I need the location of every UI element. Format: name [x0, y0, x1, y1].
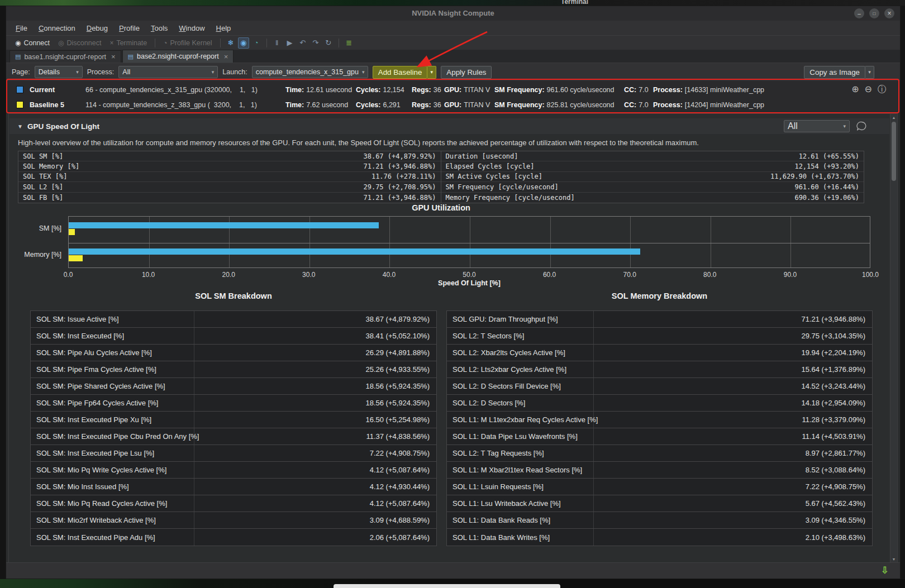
metric-row[interactable]: Memory Frequency [cycle/usecond] 690.36 … [441, 193, 864, 203]
menu-item[interactable]: Help [211, 22, 236, 34]
tab-base2-report[interactable]: ▤ base2.nsight-cuprof-report × [122, 50, 234, 63]
table-row[interactable]: SOL L1: Data Bank Reads [%] 3.09 (+4,346… [447, 512, 872, 529]
metric-row[interactable]: SOL FB [%] 71.21 (+3,946.88%) [18, 193, 441, 203]
profile-kernel-button[interactable]: ◔ Profile Kernel [160, 38, 215, 48]
tab-close-icon[interactable]: × [111, 52, 116, 61]
scrollbar-thumb[interactable] [892, 122, 896, 181]
table-row[interactable]: SOL SM: Inst Executed Pipe Lsu [%] 7.22 … [31, 445, 436, 462]
metric-row[interactable]: SM Frequency [cycle/usecond] 961.60 (+16… [441, 182, 864, 192]
bar-baseline-5-memory [69, 255, 83, 261]
close-button[interactable]: × [884, 8, 894, 18]
collapse-icon[interactable]: ▼ [17, 123, 23, 130]
table-row[interactable]: SOL SM: Issue Active [%] 38.67 (+4,879.9… [31, 311, 436, 328]
table-row[interactable]: SOL SM: Inst Executed Pipe Cbu Pred On A… [31, 428, 436, 445]
scroll-up-icon[interactable]: ▲ [890, 116, 897, 119]
table-row[interactable]: SOL SM: Inst Executed [%] 38.41 (+5,052.… [31, 328, 436, 345]
pause-icon[interactable]: ‖ [272, 37, 283, 49]
launch-select[interactable]: compute_tendencies_x_315_gpu ▾ [252, 66, 368, 78]
table-row[interactable]: SOL L2: D Sectors Fill Device [%] 14.52 … [447, 378, 872, 395]
metric-row[interactable]: SOL TEX [%] 11.76 (+278.11%) [18, 172, 441, 182]
metric-row[interactable]: SOL L2 [%] 29.75 (+2,708.95%) [18, 182, 441, 192]
menu-item[interactable]: Tools [146, 22, 173, 34]
table-row[interactable]: SOL L1: M Xbar2l1tex Read Sectors [%] 8.… [447, 462, 872, 479]
minimize-button[interactable]: – [854, 8, 864, 18]
metric-row[interactable]: Elapsed Cycles [cycle] 12,154 (+93.20%) [441, 161, 864, 171]
refresh-icon[interactable]: ↻ [323, 37, 334, 49]
add-baseline-button[interactable]: Add Baseline [373, 66, 428, 79]
table-row[interactable]: SOL L2: T Sectors [%] 29.75 (+3,104.35%) [447, 328, 872, 345]
baseline-row[interactable]: Current 66 - compute_tendencies_x_315_gp… [6, 82, 900, 97]
copy-as-image-dropdown-icon[interactable]: ▾ [865, 66, 874, 79]
step-icon[interactable]: ▶ [284, 37, 296, 49]
desktop-wallpaper-bottom [0, 579, 905, 588]
table-row[interactable]: SOL SM: Pipe Shared Cycles Active [%] 18… [31, 378, 436, 395]
sections-icon[interactable]: ≣ [344, 37, 355, 49]
table-row[interactable]: SOL SM: Mio2rf Writeback Active [%] 3.09… [31, 512, 436, 529]
table-row[interactable]: SOL L1: Lsu Writeback Active [%] 5.67 (+… [447, 495, 872, 512]
copy-as-image-button[interactable]: Copy as Image [804, 66, 865, 79]
table-row[interactable]: SOL L1: Lsuin Requests [%] 7.22 (+4,908.… [447, 479, 872, 495]
breakdown-metric-name: SOL SM: Inst Executed Pipe Adu [%] [31, 529, 194, 546]
section-filter-select[interactable]: All ▾ [784, 120, 850, 132]
baseline-sm-frequency: SM Frequency:961.60 cycle/usecond [494, 86, 624, 94]
maximize-button[interactable]: □ [869, 8, 879, 18]
table-row[interactable]: SOL L1: Data Pipe Lsu Wavefronts [%] 11.… [447, 428, 872, 445]
vertical-scrollbar[interactable]: ▲ ▼ [890, 114, 897, 563]
x-tick-label: 100.0 [862, 271, 879, 279]
menu-item[interactable]: File [11, 22, 32, 34]
terminate-button[interactable]: × Terminate [106, 38, 150, 48]
menu-item[interactable]: Window [174, 22, 209, 34]
table-row[interactable]: SOL L2: Xbar2lts Cycles Active [%] 19.94… [447, 345, 872, 361]
table-row[interactable]: SOL SM: Inst Executed Pipe Adu [%] 2.06 … [31, 529, 436, 546]
menu-item[interactable]: Debug [82, 22, 113, 34]
comment-icon[interactable] [856, 121, 867, 131]
zoom-out-icon[interactable]: ⊖ [865, 84, 872, 94]
table-row[interactable]: SOL L1: M L1tex2xbar Req Cycles Active [… [447, 412, 872, 428]
page-select[interactable]: Details ▾ [35, 66, 83, 78]
baseline-row[interactable]: Baseline 5 114 - compute_tendencies_z_38… [6, 97, 900, 112]
metric-row[interactable]: Duration [usecond] 12.61 (+65.55%) [441, 151, 864, 161]
chart-category-label: Memory [%] [24, 251, 61, 259]
metric-row[interactable]: SM Active Cycles [cycle] 11,629.90 (+1,6… [441, 172, 864, 182]
zoom-in-icon[interactable]: ⊕ [851, 84, 859, 94]
tab-base1-report[interactable]: ▤ base1.nsight-cuprof-report × [9, 50, 121, 63]
profiler-clock-icon[interactable]: ◔ [251, 37, 262, 49]
connect-button[interactable]: ◉ Connect [12, 38, 53, 48]
table-row[interactable]: SOL SM: Mio Pq Read Cycles Active [%] 4.… [31, 495, 436, 512]
scroll-down-icon[interactable]: ▼ [890, 557, 897, 561]
menu-item[interactable]: Profile [114, 22, 145, 34]
process-select[interactable]: All ▾ [118, 66, 218, 78]
disconnect-button[interactable]: ◎ Disconnect [55, 38, 104, 48]
table-row[interactable]: SOL GPU: Dram Throughput [%] 71.21 (+3,9… [447, 311, 872, 328]
table-row[interactable]: SOL SM: Mio Pq Write Cycles Active [%] 4… [31, 462, 436, 479]
table-row[interactable]: SOL SM: Pipe Fp64 Cycles Active [%] 18.5… [31, 395, 436, 412]
tab-close-icon[interactable]: × [224, 52, 228, 61]
bar-current-sm [69, 222, 379, 228]
table-row[interactable]: SOL L2: T Tag Requests [%] 8.97 (+2,861.… [447, 445, 872, 462]
profiler-mode-icon[interactable]: ◉ [238, 37, 249, 49]
titlebar[interactable]: NVIDIA Nsight Compute – □ × [6, 6, 900, 21]
apply-rules-button[interactable]: Apply Rules [441, 66, 492, 79]
menu-item[interactable]: Connection [34, 22, 80, 34]
freeze-api-icon[interactable]: ❄ [225, 37, 236, 49]
table-row[interactable]: SOL L2: D Sectors [%] 14.18 (+2,954.09%) [447, 395, 872, 412]
table-row[interactable]: SOL L1: Data Bank Writes [%] 2.10 (+3,49… [447, 529, 872, 546]
redo-icon[interactable]: ↷ [310, 37, 321, 49]
table-row[interactable]: SOL SM: Pipe Alu Cycles Active [%] 26.29… [31, 345, 436, 361]
baseline-color-swatch [16, 101, 23, 108]
metric-row[interactable]: SOL SM [%] 38.67 (+4,879.92%) [18, 151, 441, 161]
import-icon[interactable]: ⇩ [881, 565, 889, 576]
info-icon[interactable]: ⓘ [878, 84, 887, 94]
chart-y-labels: SM [%]Memory [%] [9, 216, 65, 268]
add-baseline-dropdown-icon[interactable]: ▾ [427, 66, 436, 79]
undo-icon[interactable]: ↶ [297, 37, 308, 49]
table-row[interactable]: SOL SM: Pipe Fma Cycles Active [%] 25.26… [31, 361, 436, 378]
table-row[interactable]: SOL SM: Inst Executed Pipe Xu [%] 16.50 … [31, 412, 436, 428]
sol-metrics-right-table: Duration [usecond] 12.61 (+65.55%) Elaps… [441, 151, 865, 203]
metric-row[interactable]: SOL Memory [%] 71.21 (+3,946.88%) [18, 161, 441, 171]
table-row[interactable]: SOL SM: Mio Inst Issued [%] 4.12 (+4,930… [31, 479, 436, 495]
table-row[interactable]: SOL L2: Lts2xbar Cycles Active [%] 15.64… [447, 361, 872, 378]
terminate-label: Terminate [116, 39, 147, 47]
breakdown-metric-name: SOL L1: M Xbar2l1tex Read Sectors [%] [447, 462, 594, 478]
breakdown-metric-value: 26.29 (+4,891.88%) [365, 348, 436, 357]
